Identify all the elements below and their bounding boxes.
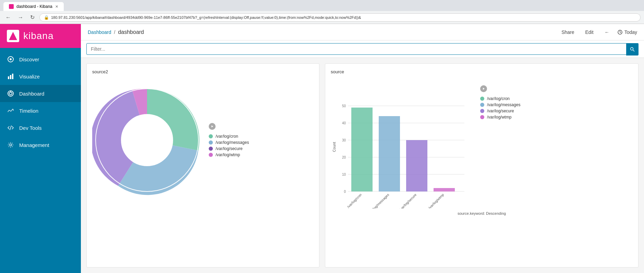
svg-text:0: 0 [344, 190, 346, 194]
edit-button[interactable]: Edit [583, 28, 596, 36]
svg-point-1 [10, 58, 12, 60]
filter-search-button[interactable] [626, 43, 639, 55]
svg-point-9 [10, 144, 12, 146]
svg-marker-18 [211, 125, 213, 127]
address-text: 180.97.81.230:5601/app/kibana#/dashboard… [51, 15, 361, 20]
back-button[interactable]: ← [3, 14, 13, 21]
bar-chart-svg: Count 0 10 20 30 40 [331, 78, 475, 209]
svg-text:/var/log/cron: /var/log/cron [347, 193, 363, 209]
sidebar-item-management-label: Management [19, 142, 49, 148]
today-button[interactable]: Today [618, 29, 637, 35]
svg-text:10: 10 [342, 173, 346, 176]
source2-panel-title: source2 [92, 69, 314, 74]
browser-tab[interactable]: dashboard - Kibana ✕ [3, 2, 64, 11]
browser-tab-bar: dashboard - Kibana ✕ [0, 0, 644, 11]
svg-point-6 [9, 92, 12, 95]
bar-legend-label-secure: /var/log/secure [487, 109, 514, 113]
sidebar-item-devtools-label: Dev Tools [19, 125, 42, 131]
legend-label-cron: /var/log/cron [216, 134, 238, 139]
source2-panel: source2 [86, 63, 319, 268]
sidebar-item-devtools[interactable]: Dev Tools [0, 119, 81, 136]
legend-item-messages: /var/log/messages [209, 140, 249, 145]
bar-legend-nav[interactable] [480, 85, 487, 92]
legend-item-cron: /var/log/cron [209, 134, 249, 139]
bar-legend: /var/log/cron /var/log/messages /var/log… [480, 85, 520, 120]
forward-button[interactable]: → [16, 14, 25, 21]
svg-text:Count: Count [332, 142, 336, 152]
bar-legend-item-messages: /var/log/messages [480, 102, 520, 107]
pie-legend-nav[interactable] [209, 123, 216, 130]
sidebar-item-dashboard[interactable]: Dashboard [0, 85, 81, 102]
address-bar[interactable]: 🔒 180.97.81.230:5601/app/kibana#/dashboa… [39, 13, 641, 22]
bar-legend-label-messages: /var/log/messages [487, 102, 520, 107]
devtools-icon [7, 124, 14, 132]
timelion-icon [7, 107, 14, 114]
legend-dot-wtmp [209, 153, 213, 157]
svg-text:/var/log/wtmp: /var/log/wtmp [428, 193, 445, 209]
legend-dot-cron [209, 134, 213, 138]
source-panel-title: source [331, 69, 633, 74]
breadcrumb-current: dashboard [118, 29, 144, 35]
sidebar-item-discover[interactable]: Discover [0, 51, 81, 68]
sidebar-item-management[interactable]: Management [0, 136, 81, 153]
source-panel: source Count 0 10 20 [325, 63, 639, 268]
sidebar-logo: kibana [0, 24, 81, 48]
bar-legend-label-wtmp: /var/log/wtmp [487, 115, 511, 120]
search-icon [630, 47, 635, 52]
bar-legend-label-cron: /var/log/cron [487, 96, 510, 101]
sidebar-item-discover-label: Discover [19, 57, 39, 62]
tab-title: dashboard - Kibana [16, 4, 52, 9]
top-bar: Dashboard / dashboard Share Edit ← Today [81, 24, 644, 40]
breadcrumb-parent[interactable]: Dashboard [88, 29, 111, 35]
svg-text:20: 20 [342, 156, 346, 159]
svg-line-14 [633, 50, 635, 52]
breadcrumb-separator: / [114, 29, 116, 35]
sidebar-item-timelion[interactable]: Timelion [0, 102, 81, 119]
svg-rect-2 [8, 76, 9, 79]
kibana-logo-icon [7, 30, 19, 42]
bar-wtmp [434, 188, 455, 191]
pie-chart-svg [92, 78, 202, 202]
sidebar-item-dashboard-label: Dashboard [19, 91, 44, 97]
sidebar-nav: Discover Visualize [0, 48, 81, 153]
bar-chart-subtitle: source.keyword: Descending [331, 211, 633, 215]
svg-text:30: 30 [342, 138, 346, 142]
back-nav-button[interactable]: ← [602, 28, 612, 36]
svg-rect-3 [10, 75, 11, 79]
svg-marker-36 [483, 88, 485, 90]
discover-icon [7, 55, 14, 63]
bar-legend-item-wtmp: /var/log/wtmp [480, 115, 520, 120]
svg-rect-4 [12, 74, 13, 79]
filter-bar [81, 40, 644, 58]
legend-dot-messages [209, 140, 213, 145]
sidebar-item-visualize[interactable]: Visualize [0, 68, 81, 85]
legend-label-wtmp: /var/log/wtmp [216, 152, 240, 157]
app-container: kibana Discover [0, 24, 644, 273]
bar-messages [379, 116, 400, 191]
main-content: Dashboard / dashboard Share Edit ← Today [81, 24, 644, 273]
bar-legend-item-cron: /var/log/cron [480, 96, 520, 101]
filter-input[interactable] [86, 43, 639, 55]
svg-text:/var/log/secure: /var/log/secure [399, 193, 417, 209]
sidebar-item-timelion-label: Timelion [19, 108, 38, 114]
legend-label-messages: /var/log/messages [216, 140, 249, 145]
bar-legend-dot-cron [480, 97, 484, 101]
svg-text:40: 40 [342, 121, 346, 125]
kibana-logo-shape [9, 32, 17, 40]
svg-text:/var/log/messages: /var/log/messages [367, 193, 390, 209]
tab-close-button[interactable]: ✕ [55, 4, 58, 9]
breadcrumb: Dashboard / dashboard [88, 29, 144, 35]
svg-text:50: 50 [342, 104, 346, 108]
bar-legend-dot-secure [480, 109, 484, 113]
sidebar: kibana Discover [0, 24, 81, 273]
legend-item-secure: /var/log/secure [209, 146, 249, 151]
dashboard-icon [7, 90, 14, 97]
dashboard-area: source2 [81, 58, 644, 273]
legend-label-secure: /var/log/secure [216, 146, 243, 151]
reload-button[interactable]: ↻ [28, 13, 37, 21]
bar-cron [351, 108, 373, 191]
legend-dot-secure [209, 147, 213, 151]
share-button[interactable]: Share [559, 28, 577, 36]
tab-favicon [9, 4, 14, 9]
kibana-logo-text: kibana [23, 30, 54, 41]
